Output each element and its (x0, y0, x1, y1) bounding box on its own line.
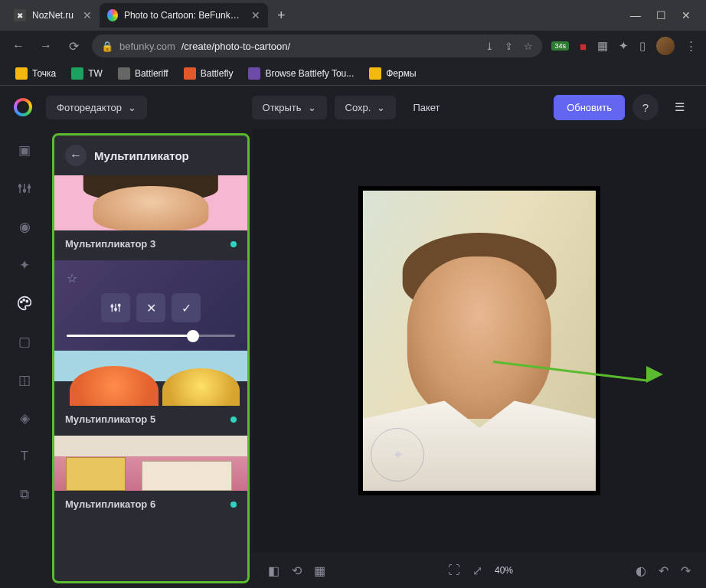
bookmark-star-icon[interactable]: ☆ (524, 41, 533, 52)
tab-title: NozNet.ru (32, 10, 74, 21)
reload-icon[interactable]: ⟳ (64, 39, 83, 54)
svg-point-6 (21, 301, 22, 302)
slider-fill (67, 335, 193, 337)
upgrade-button[interactable]: Обновить (554, 95, 625, 120)
tab-favicon (107, 9, 118, 21)
app-logo[interactable] (14, 98, 32, 116)
redo-icon[interactable]: ↷ (681, 564, 691, 578)
actual-size-icon[interactable]: ⤢ (472, 564, 482, 578)
minimize-icon[interactable]: — (630, 9, 641, 21)
zoom-value[interactable]: 40% (495, 565, 513, 576)
open-dropdown[interactable]: Открыть⌄ (252, 96, 327, 119)
tab-favicon: ✖ (14, 9, 26, 21)
bookmark-label: Фермы (386, 68, 416, 79)
effect-name: Мультипликатор 6 (65, 498, 155, 510)
hamburger-icon: ☰ (675, 100, 685, 114)
reading-list-icon[interactable]: ▯ (639, 39, 646, 53)
sidebar-item-artsy[interactable] (9, 288, 40, 318)
site-icon (184, 67, 196, 80)
sidebar-item-sparkle[interactable]: ✦ (9, 250, 40, 280)
new-tab-button[interactable]: + (268, 8, 295, 24)
close-icon[interactable]: ✕ (251, 9, 260, 21)
profile-avatar[interactable] (656, 37, 675, 55)
effect-name: Мультипликатор 3 (65, 238, 155, 250)
effect-thumbnail (54, 175, 247, 230)
bookmark-item[interactable]: TW (65, 64, 109, 83)
kebab-menu-icon[interactable]: ⋮ (685, 39, 697, 53)
app-header: Фоторедактор ⌄ Открыть⌄ Сохр.⌄ Пакет Обн… (0, 86, 706, 129)
bookmark-item[interactable]: Battlefly (178, 64, 240, 83)
menu-button[interactable]: ☰ (666, 94, 692, 120)
bookmark-label: Battlefly (201, 68, 234, 79)
crop-icon[interactable]: ◧ (268, 564, 279, 578)
maximize-icon[interactable]: ☐ (656, 9, 666, 21)
app-body: ▣ ◉ ✦ ▢ ◫ ◈ T ⧉ ← Мультипликатор М (0, 129, 706, 588)
extensions-puzzle-icon[interactable]: ✦ (619, 39, 629, 53)
extension-badge[interactable]: 34s (551, 41, 569, 51)
share-icon[interactable]: ⇪ (505, 41, 513, 52)
compare-icon[interactable]: ◐ (636, 564, 646, 578)
forward-icon[interactable]: → (37, 39, 55, 53)
rotate-icon[interactable]: ⟲ (292, 564, 302, 578)
effect-card[interactable]: Мультипликатор 6 (54, 436, 247, 518)
undo-icon[interactable]: ↶ (659, 564, 668, 578)
effect-card[interactable]: Мультипликатор 5 (54, 351, 247, 433)
sidebar-item-adjust[interactable] (9, 173, 40, 204)
batch-button[interactable]: Пакет (404, 96, 449, 119)
chevron-down-icon: ⌄ (128, 102, 136, 113)
sidebar-item-text[interactable]: T (9, 441, 40, 472)
canvas-image: ✦ (363, 191, 596, 491)
svg-point-3 (19, 185, 21, 188)
grid-icon[interactable]: ▦ (314, 564, 325, 578)
effect-card[interactable]: Мультипликатор 3 (54, 175, 247, 257)
svg-point-5 (28, 186, 31, 188)
watermark-badge: ✦ (371, 428, 424, 482)
bookmark-label: Battleriff (135, 68, 168, 79)
browser-tab-active[interactable]: Photo to Cartoon: BeFunky - Cart ✕ (100, 3, 268, 28)
address-bar[interactable]: 🔒 befunky.com/create/photo-to-cartoon/ ⤓… (92, 34, 542, 57)
sidebar-item-shapes[interactable]: ◫ (9, 364, 40, 395)
slider-thumb[interactable] (187, 330, 199, 342)
install-icon[interactable]: ⤓ (485, 41, 494, 52)
favorite-button[interactable]: ☆ (67, 271, 235, 286)
effect-active-controls: ☆ ✕ ✓ (54, 260, 247, 351)
settings-button[interactable] (101, 293, 130, 322)
panel-back-button[interactable]: ← (65, 145, 87, 166)
bookmark-label: TW (88, 68, 103, 79)
sidebar-item-overlay[interactable]: ◈ (9, 403, 40, 433)
sidebar-item-eye[interactable]: ◉ (9, 211, 40, 242)
panel-header: ← Мультипликатор (54, 136, 247, 175)
editor-dropdown[interactable]: Фоторедактор ⌄ (46, 96, 147, 119)
save-dropdown[interactable]: Сохр.⌄ (335, 96, 397, 119)
intensity-slider[interactable] (67, 335, 235, 337)
app-root: Фоторедактор ⌄ Открыть⌄ Сохр.⌄ Пакет Обн… (0, 86, 706, 588)
bookmark-item[interactable]: Browse Battlefy Tou... (242, 64, 360, 83)
cancel-button[interactable]: ✕ (136, 293, 165, 322)
extension-icon[interactable]: ■ (580, 40, 587, 53)
apply-button[interactable]: ✓ (172, 293, 201, 322)
close-window-icon[interactable]: ✕ (681, 9, 691, 21)
site-icon (118, 67, 130, 80)
bookmark-item[interactable]: Точка (9, 64, 62, 83)
window-controls: — ☐ ✕ (630, 9, 700, 21)
bookmark-item[interactable]: Фермы (363, 64, 422, 83)
browser-tab[interactable]: ✖ NozNet.ru ✕ (6, 3, 100, 28)
browser-toolbar: ← → ⟳ 🔒 befunky.com/create/photo-to-cart… (0, 31, 706, 61)
palette-icon (17, 296, 32, 311)
sidebar-item-frame[interactable]: ▢ (9, 326, 40, 357)
canvas-area[interactable]: ✦ (253, 129, 706, 553)
back-icon[interactable]: ← (9, 39, 28, 53)
browser-tab-strip: ✖ NozNet.ru ✕ Photo to Cartoon: BeFunky … (0, 0, 706, 31)
bookmark-label: Browse Battlefy Tou... (265, 68, 354, 79)
fit-icon[interactable]: ⛶ (448, 564, 460, 577)
bookmark-item[interactable]: Battleriff (112, 64, 175, 83)
extension-icon[interactable]: ▦ (597, 39, 608, 53)
lock-icon: 🔒 (101, 41, 113, 52)
help-button[interactable]: ? (632, 94, 659, 120)
sidebar-item-image[interactable]: ▣ (9, 135, 40, 165)
effects-list[interactable]: Мультипликатор 3 ☆ ✕ ✓ (54, 175, 247, 581)
effects-panel: ← Мультипликатор Мультипликатор 3 ☆ ✕ ✓ (52, 133, 250, 583)
sidebar-item-layers[interactable]: ⧉ (9, 479, 40, 510)
close-icon[interactable]: ✕ (83, 9, 92, 21)
svg-point-14 (118, 304, 120, 306)
